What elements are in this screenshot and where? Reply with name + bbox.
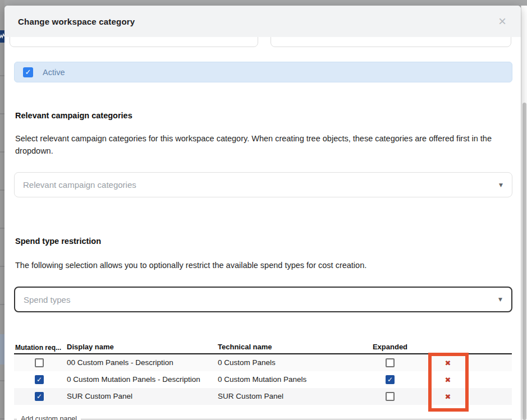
dialog-header: Change workspace category × <box>4 6 521 37</box>
delete-x-icon: ✖ <box>445 393 451 401</box>
close-icon[interactable]: × <box>496 13 508 29</box>
technical-name-cell: 0 Custom Mutation Panels <box>218 375 306 384</box>
campaign-section-description: Select relevant campaign categories for … <box>15 133 497 157</box>
delete-row-button[interactable]: ✖ <box>430 371 466 388</box>
expanded-checkbox[interactable] <box>386 392 395 401</box>
table-row: 00 Custom Panels - Description 0 Custom … <box>14 354 512 371</box>
delete-x-icon: ✖ <box>445 359 451 367</box>
mutation-required-checkbox[interactable] <box>35 375 44 384</box>
expanded-checkbox[interactable] <box>386 375 395 384</box>
spend-types-dropdown[interactable]: Spend types ▼ <box>14 287 512 312</box>
add-custom-panel-fieldset: Add custom panel <box>14 415 512 420</box>
column-header-mutation-required: Mutation req... <box>15 344 63 352</box>
expanded-checkbox[interactable] <box>386 358 395 367</box>
delete-x-icon: ✖ <box>445 376 451 384</box>
spend-section-description: The following selection allows you to op… <box>15 260 497 272</box>
mutation-required-checkbox[interactable] <box>35 392 44 401</box>
campaign-categories-dropdown[interactable]: Relevant campaign categories ▼ <box>14 172 512 197</box>
table-row: SUR Custom Panel SUR Custom Panel ✖ <box>14 388 512 405</box>
delete-row-button[interactable]: ✖ <box>430 388 466 405</box>
display-name-cell: 0 Custom Mutation Panels - Description <box>67 375 200 384</box>
active-checkbox[interactable] <box>23 67 33 77</box>
scrollbar-track[interactable] <box>521 6 527 420</box>
change-workspace-category-dialog: Change workspace category × Active Relev… <box>4 6 521 420</box>
technical-name-cell: SUR Custom Panel <box>218 392 283 400</box>
backdrop-chart-icon <box>0 30 4 43</box>
column-header-expanded: Expanded <box>359 343 421 351</box>
column-header-display-name: Display name <box>67 343 114 351</box>
campaign-section-heading: Relevant campaign categories <box>15 111 132 120</box>
spend-dropdown-placeholder: Spend types <box>24 295 70 304</box>
spend-section-heading: Spend type restriction <box>15 237 101 246</box>
technical-name-cell: 0 Custom Panels <box>218 358 276 367</box>
custom-panels-table: Mutation req... Display name Technical n… <box>14 341 512 405</box>
scrollbar-thumb[interactable] <box>523 103 526 420</box>
delete-row-button[interactable]: ✖ <box>430 354 466 371</box>
column-header-technical-name: Technical name <box>218 343 272 351</box>
campaign-dropdown-placeholder: Relevant campaign categories <box>23 180 136 190</box>
display-name-cell: 00 Custom Panels - Description <box>67 358 173 367</box>
dialog-title: Change workspace category <box>18 17 135 26</box>
display-name-cell: SUR Custom Panel <box>67 392 132 400</box>
backdrop-row-highlight <box>0 334 4 364</box>
chevron-down-icon: ▼ <box>499 182 503 188</box>
add-custom-panel-button[interactable]: Add custom panel <box>17 415 81 420</box>
active-row[interactable]: Active <box>14 62 512 82</box>
active-label: Active <box>43 68 65 77</box>
table-header-row: Mutation req... Display name Technical n… <box>14 341 512 354</box>
mutation-required-checkbox[interactable] <box>35 358 44 367</box>
table-row: 0 Custom Mutation Panels - Description 0… <box>14 371 512 388</box>
chevron-down-icon: ▼ <box>498 297 502 302</box>
